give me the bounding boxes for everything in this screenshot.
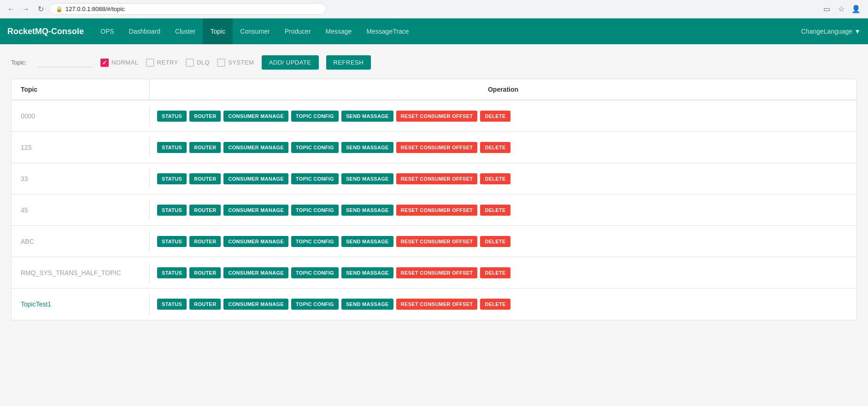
consumer-manage-button[interactable]: CONSUMER MANAGE [223,299,288,310]
router-button[interactable]: ROUTER [189,267,221,278]
cast-button[interactable]: ▭ [820,3,833,16]
status-button[interactable]: STATUS [157,267,187,278]
topic-cell: ABC [12,231,150,252]
table-row: 33 STATUS ROUTER CONSUMER MANAGE TOPIC C… [12,163,856,194]
router-button[interactable]: ROUTER [189,236,221,247]
router-button[interactable]: ROUTER [189,111,221,122]
delete-button[interactable]: DELETE [480,236,510,247]
consumer-manage-button[interactable]: CONSUMER MANAGE [223,142,288,153]
reload-button[interactable]: ↻ [35,4,46,15]
retry-checkbox-item[interactable]: RETRY [146,59,178,67]
topic-cell-link[interactable]: TopicTest1 [12,294,150,314]
address-bar[interactable]: 🔒 127.0.0.1:8088/#/topic [50,3,326,15]
operations-cell: STATUS ROUTER CONSUMER MANAGE TOPIC CONF… [150,231,856,252]
consumer-manage-button[interactable]: CONSUMER MANAGE [223,173,288,184]
status-button[interactable]: STATUS [157,111,187,122]
topic-config-button[interactable]: TOPIC CONFIG [291,142,339,153]
topic-config-button[interactable]: TOPIC CONFIG [291,173,339,184]
filter-bar: Topic: NORMAL RETRY DLQ SYSTEM ADD/ UPDA… [11,55,857,70]
topic-cell: 0000 [12,106,150,126]
table-row: 45 STATUS ROUTER CONSUMER MANAGE TOPIC C… [12,194,856,226]
dlq-checkbox-item[interactable]: DLQ [186,59,210,67]
nav-item-producer[interactable]: Producer [277,18,318,44]
reset-consumer-offset-button[interactable]: RESET CONSUMER OFFSET [396,142,478,153]
status-button[interactable]: STATUS [157,299,187,310]
reset-consumer-offset-button[interactable]: RESET CONSUMER OFFSET [396,111,478,122]
reset-consumer-offset-button[interactable]: RESET CONSUMER OFFSET [396,267,478,278]
send-massage-button[interactable]: SEND MASSAGE [341,111,393,122]
send-massage-button[interactable]: SEND MASSAGE [341,299,393,310]
table-header: Topic Operation [12,79,856,100]
back-button[interactable]: ← [6,4,17,15]
nav-item-topic[interactable]: Topic [203,18,233,44]
table-row: ABC STATUS ROUTER CONSUMER MANAGE TOPIC … [12,226,856,257]
operations-cell: STATUS ROUTER CONSUMER MANAGE TOPIC CONF… [150,263,856,283]
topic-search-input[interactable] [38,58,93,67]
operations-cell: STATUS ROUTER CONSUMER MANAGE TOPIC CONF… [150,106,856,126]
delete-button[interactable]: DELETE [480,267,510,278]
change-language-dropdown[interactable]: ChangeLanguage ▼ [801,28,861,35]
delete-button[interactable]: DELETE [480,173,510,184]
profile-button[interactable]: 👤 [850,3,862,16]
router-button[interactable]: ROUTER [189,173,221,184]
nav-item-cluster[interactable]: Cluster [168,18,203,44]
delete-button[interactable]: DELETE [480,205,510,216]
reset-consumer-offset-button[interactable]: RESET CONSUMER OFFSET [396,299,478,310]
refresh-button[interactable]: REFRESH [326,55,371,70]
topic-config-button[interactable]: TOPIC CONFIG [291,111,339,122]
delete-button[interactable]: DELETE [480,111,510,122]
router-button[interactable]: ROUTER [189,142,221,153]
topic-cell: 123 [12,137,150,158]
nav-item-ops[interactable]: OPS [93,18,122,44]
operations-cell: STATUS ROUTER CONSUMER MANAGE TOPIC CONF… [150,294,856,314]
chevron-down-icon: ▼ [854,28,861,35]
topic-filter-label: Topic: [11,59,27,66]
topic-config-button[interactable]: TOPIC CONFIG [291,299,339,310]
reset-consumer-offset-button[interactable]: RESET CONSUMER OFFSET [396,236,478,247]
status-button[interactable]: STATUS [157,173,187,184]
send-massage-button[interactable]: SEND MASSAGE [341,236,393,247]
topic-config-button[interactable]: TOPIC CONFIG [291,205,339,216]
nav-item-messagetrace[interactable]: MessageTrace [359,18,416,44]
nav-item-message[interactable]: Message [318,18,359,44]
delete-button[interactable]: DELETE [480,142,510,153]
topic-config-button[interactable]: TOPIC CONFIG [291,236,339,247]
system-checkbox-label: SYSTEM [228,59,254,66]
consumer-manage-button[interactable]: CONSUMER MANAGE [223,267,288,278]
checkbox-group: NORMAL RETRY DLQ SYSTEM [100,59,254,67]
consumer-manage-button[interactable]: CONSUMER MANAGE [223,111,288,122]
normal-checkbox-item[interactable]: NORMAL [100,59,139,67]
topic-cell: 33 [12,169,150,189]
bookmark-button[interactable]: ☆ [835,3,848,16]
operation-column-header: Operation [150,79,856,100]
reset-consumer-offset-button[interactable]: RESET CONSUMER OFFSET [396,205,478,216]
retry-checkbox[interactable] [146,59,154,67]
send-massage-button[interactable]: SEND MASSAGE [341,142,393,153]
nav-item-consumer[interactable]: Consumer [233,18,277,44]
send-massage-button[interactable]: SEND MASSAGE [341,267,393,278]
router-button[interactable]: ROUTER [189,205,221,216]
system-checkbox-item[interactable]: SYSTEM [217,59,254,67]
browser-icons: ▭ ☆ 👤 [820,3,862,16]
router-button[interactable]: ROUTER [189,299,221,310]
add-update-button[interactable]: ADD/ UPDATE [262,55,319,70]
dlq-checkbox[interactable] [186,59,194,67]
consumer-manage-button[interactable]: CONSUMER MANAGE [223,205,288,216]
status-button[interactable]: STATUS [157,142,187,153]
forward-button[interactable]: → [20,4,31,15]
status-button[interactable]: STATUS [157,236,187,247]
send-massage-button[interactable]: SEND MASSAGE [341,205,393,216]
system-checkbox[interactable] [217,59,225,67]
send-massage-button[interactable]: SEND MASSAGE [341,173,393,184]
topic-config-button[interactable]: TOPIC CONFIG [291,267,339,278]
operations-cell: STATUS ROUTER CONSUMER MANAGE TOPIC CONF… [150,137,856,158]
normal-checkbox[interactable] [100,59,109,67]
app-nav: RocketMQ-Console OPS Dashboard Cluster T… [0,18,868,44]
reset-consumer-offset-button[interactable]: RESET CONSUMER OFFSET [396,173,478,184]
delete-button[interactable]: DELETE [480,299,510,310]
consumer-manage-button[interactable]: CONSUMER MANAGE [223,236,288,247]
table-row: 0000 STATUS ROUTER CONSUMER MANAGE TOPIC… [12,100,856,132]
status-button[interactable]: STATUS [157,205,187,216]
nav-item-dashboard[interactable]: Dashboard [122,18,168,44]
url-text: 127.0.0.1:8088/#/topic [65,6,125,12]
